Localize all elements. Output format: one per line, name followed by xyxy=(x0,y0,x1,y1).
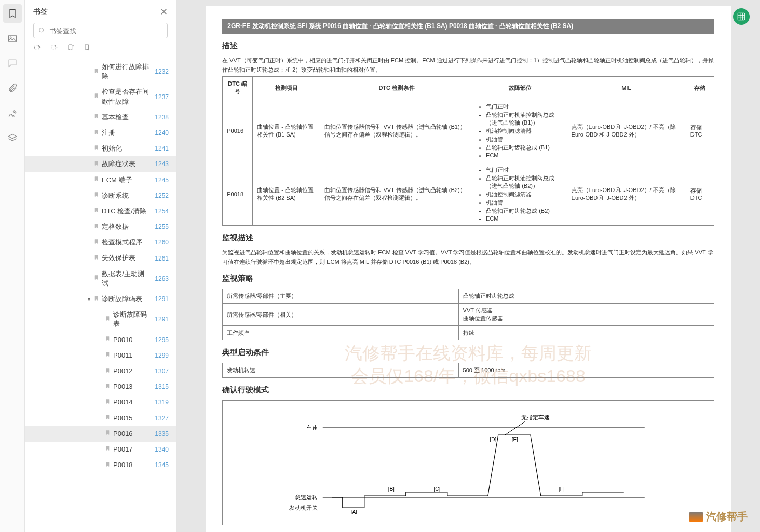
sidebar-title: 书签 xyxy=(33,7,48,17)
svg-text:[D]: [D] xyxy=(490,436,497,442)
bookmark-add-icon[interactable] xyxy=(66,44,75,54)
bookmark-icon xyxy=(93,68,100,76)
comment-icon[interactable] xyxy=(3,54,22,73)
tree-row[interactable]: P00141319 xyxy=(25,394,176,410)
tree-row[interactable]: DTC 检查/清除1254 xyxy=(25,203,176,219)
tree-row[interactable]: 检查是否存在间歇性故障1237 xyxy=(25,84,176,109)
tree-row[interactable]: P00181345 xyxy=(25,457,176,473)
tree-page: 1263 xyxy=(150,275,169,282)
document-viewer[interactable]: 2GR-FE 发动机控制系统 SFI 系统 P0016 曲轴位置 - 凸轮轴位置… xyxy=(177,0,760,532)
tree-row[interactable]: 初始化1241 xyxy=(25,141,176,156)
bookmark-icon[interactable] xyxy=(83,44,91,54)
bookmarks-sidebar: 书签 ✕ 如何进行故障排除1232检查是否存在间歇性故障1237基本检查1238… xyxy=(25,0,177,532)
bookmark-icon xyxy=(105,316,111,323)
bookmark-icon xyxy=(93,254,100,262)
tree-row[interactable]: 故障症状表1243 xyxy=(25,156,176,172)
search-input[interactable] xyxy=(33,23,168,38)
tree-row[interactable]: 注册1240 xyxy=(25,125,176,141)
bookmark-icon xyxy=(105,461,111,469)
svg-text:车速: 车速 xyxy=(306,425,318,431)
section-heading: 描述 xyxy=(222,41,714,51)
tree-page: 1255 xyxy=(150,223,169,230)
tree-row[interactable]: 如何进行故障排除1232 xyxy=(25,59,176,84)
tree-page: 1243 xyxy=(150,160,169,168)
tree-label: 基本检查 xyxy=(102,113,129,122)
bookmark-icon xyxy=(105,383,111,391)
svg-text:怠速运转: 怠速运转 xyxy=(294,494,318,500)
tree-label: 检查是否存在间歇性故障 xyxy=(102,87,150,106)
body-text: 为监视进气凸轮轴位置和曲轴位置的关系，发动机怠速运转时 ECM 检查 VVT 学… xyxy=(222,248,714,266)
tree-row[interactable]: 诊断故障码表1291 xyxy=(25,307,176,332)
table-header: 存储 xyxy=(686,77,714,99)
tree-page: 1261 xyxy=(150,255,169,262)
doc-title-bar: 2GR-FE 发动机控制系统 SFI 系统 P0016 曲轴位置 - 凸轮轴位置… xyxy=(222,19,714,34)
bookmark-icon xyxy=(93,93,100,101)
tree-label: P0013 xyxy=(113,382,133,391)
image-icon[interactable] xyxy=(3,29,22,48)
bookmark-icon xyxy=(93,176,100,184)
table-row: P0016曲轴位置 - 凸轮轴位置相关性 (B1 SA)曲轴位置传感器信号和 V… xyxy=(223,99,714,162)
bookmark-icon xyxy=(93,192,100,199)
section-heading: 监视策略 xyxy=(222,274,714,283)
tree-label: P0015 xyxy=(113,414,133,423)
close-icon[interactable]: ✕ xyxy=(160,6,168,18)
bookmarks-icon[interactable] xyxy=(3,4,22,23)
tree-row[interactable]: 数据表/主动测试1263 xyxy=(25,266,176,291)
tree-row[interactable]: 诊断系统1252 xyxy=(25,188,176,203)
tree-label: P0012 xyxy=(113,366,133,376)
drive-mode-diagram: 车速 无指定车速 怠速运转 发动机开关 [A] [B] [C] [D] [E] xyxy=(222,400,714,525)
tree-page: 1327 xyxy=(150,415,169,422)
section-heading: 确认行驶模式 xyxy=(222,385,714,395)
tree-row[interactable]: P00121307 xyxy=(25,363,176,379)
tree-row[interactable]: P00111299 xyxy=(25,348,176,363)
svg-text:[C]: [C] xyxy=(434,486,441,492)
bookmark-icon xyxy=(93,223,100,231)
bookmark-icon xyxy=(105,430,111,438)
tree-page: 1237 xyxy=(150,93,169,101)
tree-page: 1232 xyxy=(150,68,169,75)
svg-text:发动机开关: 发动机开关 xyxy=(289,504,318,511)
svg-text:[A]: [A] xyxy=(351,509,357,514)
dtc-table: DTC 编号检测项目DTC 检测条件故障部位MIL存储P0016曲轴位置 - 凸… xyxy=(222,76,714,226)
tree-row[interactable]: ▾诊断故障码表1291 xyxy=(25,291,176,307)
svg-text:[F]: [F] xyxy=(559,486,565,492)
bookmark-icon xyxy=(93,239,100,247)
brand-logo: 汽修帮手 xyxy=(689,510,748,524)
add-bookmark-icon[interactable] xyxy=(33,44,42,54)
tree-row[interactable]: ECM 端子1245 xyxy=(25,172,176,188)
monitor-table: 所需传感器/零部件（主要）凸轮轴正时齿轮总成所需传感器/零部件（相关）VVT 传… xyxy=(222,289,714,340)
spreadsheet-icon[interactable] xyxy=(733,8,750,25)
tree-page: 1295 xyxy=(150,336,169,344)
tree-row[interactable]: P00171340 xyxy=(25,442,176,457)
tree-label: P0016 xyxy=(113,429,133,439)
tree-label: P0010 xyxy=(113,335,133,345)
search-icon xyxy=(38,26,46,35)
tree-row[interactable]: 失效保护表1261 xyxy=(25,250,176,266)
tree-label: DTC 检查/清除 xyxy=(102,207,146,216)
section-heading: 监视描述 xyxy=(222,233,714,243)
search-field[interactable] xyxy=(49,27,163,35)
bookmark-icon xyxy=(105,367,111,375)
sign-icon[interactable] xyxy=(3,104,22,122)
attachment-icon[interactable] xyxy=(3,79,22,98)
svg-text:[E]: [E] xyxy=(512,436,518,442)
tree-page: 1291 xyxy=(150,295,169,303)
tree-row[interactable]: 定格数据1255 xyxy=(25,219,176,235)
bookmark-icon xyxy=(105,414,111,422)
tree-row[interactable]: P00161335 xyxy=(25,426,176,442)
tree-row[interactable]: 检查模式程序1260 xyxy=(25,235,176,250)
layers-icon[interactable] xyxy=(3,129,22,147)
tree-page: 1345 xyxy=(150,461,169,469)
tree-row[interactable]: P00151327 xyxy=(25,411,176,426)
tree-row[interactable]: P00101295 xyxy=(25,332,176,348)
sidebar-toolbar xyxy=(25,44,176,59)
table-row: P0018曲轴位置 - 凸轮轴位置相关性 (B2 SA)曲轴位置传感器信号和 V… xyxy=(223,162,714,226)
caret-down-icon[interactable]: ▾ xyxy=(86,296,91,302)
tree-row[interactable]: 基本检查1238 xyxy=(25,110,176,125)
tree-row[interactable]: P00131315 xyxy=(25,379,176,394)
tool-rail xyxy=(0,0,25,532)
remove-bookmark-icon[interactable] xyxy=(50,44,58,54)
tree-label: 诊断故障码表 xyxy=(113,310,150,329)
table-header: DTC 检测条件 xyxy=(320,77,473,99)
tree-label: 数据表/主动测试 xyxy=(102,269,150,288)
